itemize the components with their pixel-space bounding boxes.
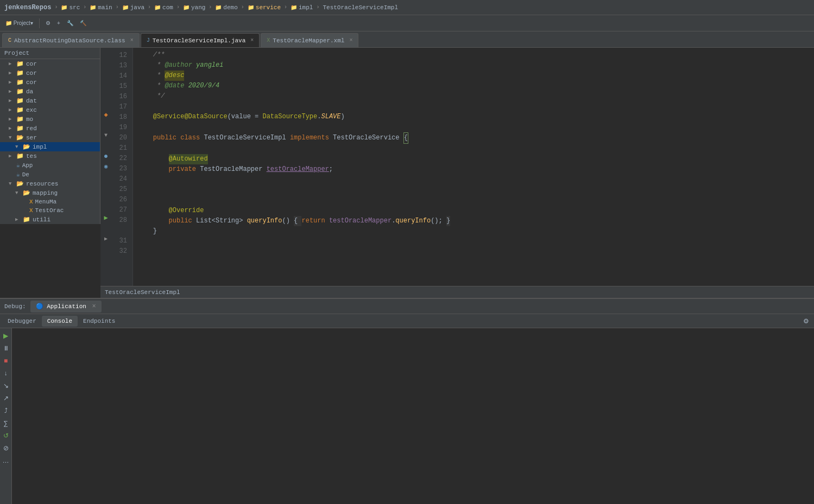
sidebar-item-red[interactable]: ▶ 📁 red [0, 124, 100, 133]
toolbar-btn-1[interactable]: ⚙ [43, 19, 53, 27]
folder-icon: 📁 [122, 4, 129, 11]
debug-header: Debug: 🔵 Application × [0, 299, 814, 314]
sidebar-item-ser[interactable]: ▼ 📂 ser [0, 133, 100, 142]
debug-settings-btn[interactable]: ⚙ [800, 316, 812, 327]
folder-icon: 📁 [90, 4, 96, 11]
code-line-23: private TestOracleMapper testOracleMappe… [137, 164, 810, 175]
folder-icon: 📁 [16, 152, 24, 160]
debug-console-content[interactable] [12, 328, 814, 504]
debug-pause-btn[interactable]: ⏸ [1, 343, 11, 354]
debug-stepinto-btn[interactable]: ↘ [2, 380, 10, 391]
debug-stepover-btn[interactable]: ↓ [3, 368, 9, 379]
debug-tab-console[interactable]: Console [42, 316, 78, 327]
info-icon[interactable]: ● [100, 151, 111, 161]
line-numbers: 12 13 14 15 16 17 18 19 20 21 22 23 24 2… [111, 48, 133, 286]
sidebar-item-tes[interactable]: ▶ 📁 tes [0, 151, 100, 161]
code-line-13: * @author yanglei [137, 60, 810, 71]
sidebar-item-impl[interactable]: ▼ 📂 impl [0, 142, 100, 151]
debug-tab-application[interactable]: 🔵 Application × [30, 301, 102, 312]
debug-more-btn[interactable]: … [1, 455, 11, 466]
debug-body: ▶ ⏸ ■ ↓ ↘ ↗ ⤴ ∑ ↺ ⊘ … [0, 328, 814, 504]
code-line-31: } [137, 226, 810, 237]
debug-panel: Debug: 🔵 Application × Debugger Console … [0, 298, 814, 504]
breadcrumb-main[interactable]: 📁 main [90, 4, 112, 11]
toolbar-btn-2[interactable]: + [55, 19, 62, 27]
sidebar-item-cor2[interactable]: ▶ 📁 cor [0, 68, 100, 78]
breadcrumb-com[interactable]: 📁 com [154, 4, 173, 11]
folder-icon: 📁 [23, 216, 30, 223]
debug-runcursor-btn[interactable]: ⤴ [3, 405, 9, 416]
breadcrumb-src[interactable]: 📁 src [61, 4, 80, 11]
java-icon: ☕ [16, 162, 20, 169]
folder-open-icon: 📂 [23, 189, 30, 196]
toolbar-btn-4[interactable]: 🔨 [78, 19, 89, 27]
debug-tabs-row: Debugger Console Endpoints ⚙ [0, 314, 814, 328]
bookmark-icon[interactable]: ◆ [100, 110, 111, 120]
folder-icon: 📁 [154, 4, 161, 11]
debug-tab-debugger[interactable]: Debugger [2, 316, 42, 327]
code-line-22: @Autowired [137, 154, 810, 164]
sidebar-item-de[interactable]: ☕ De [0, 170, 100, 179]
collapse-icon[interactable]: ▼ [100, 130, 111, 141]
code-line-18: @Service@DataSource(value = DataSourceTy… [137, 112, 810, 122]
tab-close-testoraclemapper[interactable]: × [349, 37, 352, 43]
folder-icon: 📁 [248, 4, 254, 11]
sidebar-header: Project [0, 48, 100, 59]
tab-close-abstractrouting[interactable]: × [130, 37, 134, 43]
sidebar-item-menuma[interactable]: X MenuMa [0, 197, 100, 206]
sidebar-item-app[interactable]: ☕ App [0, 161, 100, 170]
tab-abstractrouting[interactable]: C AbstractRoutingDataSource.class × [2, 33, 140, 47]
code-line-19 [137, 122, 810, 132]
debug-resume-btn[interactable]: ▶ [2, 330, 10, 341]
folder-icon: 📁 [16, 106, 24, 113]
tab-close-testoracleserviceimpl[interactable]: × [250, 37, 254, 43]
debug-session-close[interactable]: × [92, 303, 96, 310]
debug-stop-btn[interactable]: ■ [2, 355, 9, 366]
java-icon: J [147, 37, 150, 43]
xml-icon: X [267, 37, 270, 43]
gutter-icons: ◆ ▼ ● ◉ ▶ ▶ [100, 48, 111, 286]
debug-tab-endpoints[interactable]: Endpoints [78, 316, 121, 327]
code-editor[interactable]: /** * @author yanglei * @desc * @date 20… [133, 48, 814, 286]
debug-rerun-btn[interactable]: ↺ [2, 430, 10, 441]
xml-icon: X [29, 199, 33, 205]
sidebar-item-da[interactable]: ▶ 📁 da [0, 87, 100, 96]
breadcrumb-demo[interactable]: 📁 demo [215, 4, 237, 11]
breadcrumb-class[interactable]: TestOracleServiceImpl [323, 4, 398, 11]
toolbar: 📁 Project▾ ⚙ + 🔧 🔨 [0, 15, 814, 31]
project-title[interactable]: jenkensRepos [4, 4, 51, 11]
sidebar-item-mo[interactable]: ▶ 📁 mo [0, 114, 100, 124]
breadcrumb-java[interactable]: 📁 java [122, 4, 144, 11]
editor-content: ◆ ▼ ● ◉ ▶ ▶ 12 [100, 48, 814, 286]
top-bar: jenkensRepos › 📁 src › 📁 main › 📁 java ›… [0, 0, 814, 15]
intellij-icon[interactable]: ◉ [100, 161, 111, 171]
debug-evalexpr-btn[interactable]: ∑ [2, 418, 10, 429]
sidebar-item-cor3[interactable]: ▶ 📁 cor [0, 78, 100, 87]
breadcrumb-service[interactable]: 📁 service [248, 4, 281, 11]
tab-testoracleserviceimpl[interactable]: J TestOracleServiceImpl.java × [141, 33, 260, 47]
sidebar-item-cor1[interactable]: ▶ 📁 cor [0, 59, 100, 68]
project-button[interactable]: 📁 Project▾ [3, 19, 35, 27]
sidebar-item-resources[interactable]: ▼ 📂 resources [0, 179, 100, 188]
code-line-16: */ [137, 91, 810, 101]
sidebar-item-utili[interactable]: ▶ 📁 utili [0, 215, 100, 224]
debug-mute-btn[interactable]: ⊘ [2, 443, 10, 454]
code-line-15: * @date 2020/9/4 [137, 81, 810, 91]
sidebar-item-mapping[interactable]: ▼ 📂 mapping [0, 188, 100, 197]
toolbar-btn-3[interactable]: 🔧 [65, 19, 75, 27]
code-line-20: public class TestOracleServiceImpl imple… [137, 132, 810, 144]
breadcrumb-yang[interactable]: 📁 yang [183, 4, 205, 11]
separator [39, 18, 40, 28]
folder-icon: 📁 [16, 88, 24, 95]
breadcrumb-impl[interactable]: 📁 impl [291, 4, 313, 11]
debug-stepout-btn[interactable]: ↗ [2, 393, 10, 404]
tab-testoraclemapper[interactable]: X TestOracleMapper.xml × [261, 33, 358, 47]
sidebar-item-testorac[interactable]: X TestOrac [0, 206, 100, 215]
expand-icon[interactable]: ▶ [100, 233, 111, 244]
run-icon[interactable]: ▶ [100, 213, 111, 223]
debug-side-icons: ▶ ⏸ ■ ↓ ↘ ↗ ⤴ ∑ ↺ ⊘ … [0, 328, 12, 504]
sidebar-item-dat[interactable]: ▶ 📁 dat [0, 96, 100, 105]
folder-icon: 📁 [16, 97, 24, 104]
sidebar-item-exc[interactable]: ▶ 📁 exc [0, 105, 100, 114]
code-line-27: @Override [137, 206, 810, 216]
